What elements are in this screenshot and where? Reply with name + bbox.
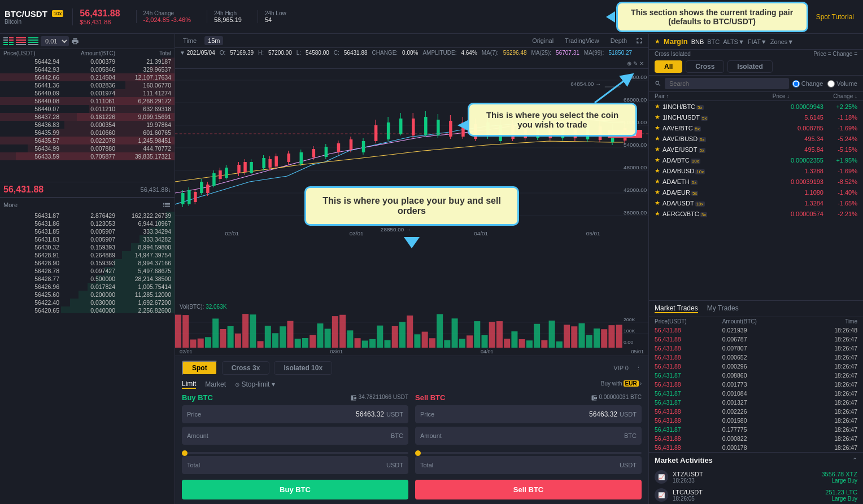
pair-list-item[interactable]: ★ADA/ETH5x0.00039193-8.52% [649,176,863,187]
buy-slider[interactable] [182,452,408,454]
svg-rect-142 [272,333,278,348]
buy-amount-input[interactable] [343,432,389,440]
ob-sells-icon[interactable] [16,37,26,45]
trade-more-icon[interactable]: ⋮ [635,365,642,372]
svg-rect-78 [219,170,222,179]
pair-list-item[interactable]: ★ADA/USDT10x1.3284-1.65% [649,198,863,208]
pair-list-item[interactable]: ★ADA/BUSD10x1.3288-1.69% [649,165,863,176]
spot-tutorial-btn[interactable]: Spot Tutorial [812,11,858,23]
ob-buy-row[interactable]: 56430.320.1593938,994.59800 [0,243,175,251]
order-type-market[interactable]: Market [205,380,226,388]
buy-btn[interactable]: Buy BTC [182,480,408,499]
ob-buy-row[interactable]: 56428.770.50000028,214.38500 [0,275,175,283]
ob-buy-row[interactable]: 56431.830.005907333.34282 [0,235,175,243]
ob-buy-row[interactable]: 56425.600.20000011,285.12000 [0,291,175,299]
tab-spot[interactable]: Spot [182,361,217,375]
ob-sell-row[interactable]: 56440.080.1110616,268.29172 [0,97,175,105]
change-vol-selector: Change Volume [792,80,857,87]
svg-text:48000.00: 48000.00 [624,164,647,170]
tab-market-trades[interactable]: Market Trades [655,304,698,313]
trading-view-btn[interactable]: TradingView [561,36,603,45]
volume-radio[interactable] [827,80,835,87]
ob-buy-row[interactable]: 56431.872.876429162,322.26739 [0,212,175,220]
pair-list-item[interactable]: ★1INCH/USDT5x5.6145-1.18% [649,112,863,122]
buy-total-input[interactable] [339,461,384,469]
filter-cross[interactable]: Cross [686,60,724,73]
market-activities-collapse[interactable]: ⌃ [852,457,857,464]
ob-sell-row[interactable]: 56440.090.001974111.41274 [0,89,175,97]
bnb-link[interactable]: BNB [691,38,704,45]
ob-sell-row[interactable]: 56433.590.70587739,835.17321 [0,152,175,160]
sell-amount-row[interactable]: Amount BTC [415,427,642,445]
ob-sell-row[interactable]: 56436.830.00035419.97864 [0,121,175,129]
ob-sell-row[interactable]: 56441.360.002836160.06770 [0,81,175,89]
buy-total-row[interactable]: Total USDT [182,456,408,474]
ob-buy-row[interactable]: 56428.910.26488914,947.39754 [0,251,175,259]
ob-sell-row[interactable]: 56434.990.007880444.70772 [0,144,175,152]
market-trade-row: 56,431.880.02193918:26:48 [649,326,863,335]
ob-buy-row[interactable]: 56426.960.0178241,005.75414 [0,283,175,291]
fiat-dropdown[interactable]: FIAT▼ [748,38,767,45]
buy-price-row[interactable]: Price USDT [182,405,408,423]
pair-list-item[interactable]: ★ADA/EUR5x1.1080-1.40% [649,187,863,198]
change-radio[interactable] [792,80,800,87]
svg-rect-139 [250,314,256,348]
btc-link[interactable]: BTC [707,38,720,45]
ob-sell-row[interactable]: 56442.930.005846329.96537 [0,65,175,73]
ob-precision-select[interactable]: 0.010.11 [41,36,69,46]
margin-label[interactable]: Margin [664,37,688,46]
ob-sell-row[interactable]: 56435.990.010660601.60765 [0,129,175,137]
pair-name[interactable]: BTC/USDT [5,9,47,19]
ob-sell-row[interactable]: 56437.280.1612269,099.15691 [0,113,175,121]
fullscreen-icon[interactable] [635,36,644,45]
buy-amount-row[interactable]: Amount BTC [182,427,408,445]
sell-total-row[interactable]: Total USDT [415,456,642,474]
ob-buy-rows: 56431.872.876429162,322.2673956431.860.1… [0,212,175,313]
depth-btn[interactable]: Depth [607,36,630,45]
order-type-limit[interactable]: Limit [182,380,196,389]
sell-amount-input[interactable] [577,432,622,440]
sell-total-input[interactable] [572,461,617,469]
pair-list-item[interactable]: ★AAVE/BUSD5x495.34-5.24% [649,133,863,144]
ob-buy-row[interactable]: 56420.650.0400002,256.82600 [0,306,175,313]
ob-print-icon[interactable] [71,37,79,45]
ob-sell-row[interactable]: 56442.660.21450412,107.17634 [0,73,175,81]
sell-price-row[interactable]: Price USDT [415,405,642,423]
svg-rect-183 [579,323,585,348]
tab-isolated[interactable]: Isolated 10x [274,361,332,375]
tab-my-trades[interactable]: My Trades [707,304,739,313]
alts-dropdown[interactable]: ALTS▼ [723,38,744,45]
zones-dropdown[interactable]: Zones▼ [770,38,794,45]
sell-price-input[interactable] [572,410,617,418]
order-type-stop[interactable]: ⊙ Stop-limit ▾ [235,380,275,388]
filter-isolated[interactable]: Isolated [727,60,772,73]
svg-rect-188 [616,325,622,348]
original-btn[interactable]: Original [529,36,557,45]
ob-buy-row[interactable]: 56431.860.1230536,944.10967 [0,220,175,227]
eur-badge[interactable]: EUR [624,380,639,387]
sell-slider[interactable] [415,452,642,454]
ob-buy-row[interactable]: 56428.900.1593938,994.37166 [0,259,175,267]
svg-rect-138 [242,314,249,348]
tab-cross[interactable]: Cross 3x [222,361,270,375]
search-input[interactable] [665,78,789,89]
ob-sell-row[interactable]: 56442.940.00037921.39187 [0,58,175,65]
ob-sell-row[interactable]: 56440.070.011210632.69318 [0,105,175,113]
ob-view-icon[interactable] [3,37,14,45]
pair-list-item[interactable]: ★AERGO/BTC3x0.00000574-2.21% [649,208,863,219]
more-button[interactable]: More [0,198,175,212]
pair-list-item[interactable]: ★AAVE/USDT5x495.84-5.15% [649,144,863,155]
ob-buy-row[interactable]: 56422.400.0300001,692.67200 [0,299,175,306]
pair-list-item[interactable]: ★AAVE/BTC5x0.008785-1.69% [649,122,863,133]
pair-list-item[interactable]: ★1INCH/BTC5x0.00009943+2.25% [649,101,863,112]
pair-list-item[interactable]: ★ADA/BTC10x0.00002355+1.95% [649,155,863,165]
filter-all[interactable]: All [655,60,682,73]
buy-price-input[interactable] [339,410,384,418]
interval-btn[interactable]: 15m [204,36,223,45]
high-box: 24h High 58,965.19 [207,10,249,23]
ob-buys-icon[interactable] [28,37,38,45]
sell-btn[interactable]: Sell BTC [415,480,642,499]
ob-buy-row[interactable]: 56428.780.0974275,497.68675 [0,267,175,275]
ob-sell-row[interactable]: 56435.570.0220781,245.98451 [0,137,175,144]
ob-buy-row[interactable]: 56431.850.005907333.34294 [0,227,175,235]
